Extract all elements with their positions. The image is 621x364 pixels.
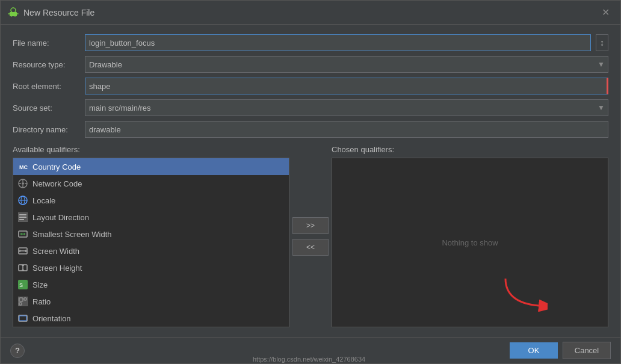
directory-name-row: Directory name: — [13, 121, 608, 138]
qualifier-label-orientation: Orientation — [32, 314, 71, 323]
qualifier-item-country-code[interactable]: MCC Country Code — [13, 158, 289, 175]
svg-rect-22 — [19, 219, 24, 220]
orientation-icon — [18, 313, 28, 323]
root-element-input[interactable] — [85, 78, 608, 94]
qualifier-label-layout-direction: Layout Direction — [32, 213, 89, 222]
dialog-title: New Resource File — [23, 8, 598, 17]
close-button[interactable]: ✕ — [598, 5, 613, 19]
locale-icon — [18, 196, 28, 205]
resource-type-row: Resource type: Drawable Layout Values Me… — [13, 56, 608, 73]
file-name-row: File name: ↕ — [13, 34, 608, 51]
remove-qualifier-button[interactable]: << — [292, 239, 329, 256]
svg-text:MCC: MCC — [19, 164, 28, 170]
qualifier-item-orientation[interactable]: Orientation — [13, 310, 289, 327]
qualifier-item-size[interactable]: S Size — [13, 276, 289, 293]
qualifier-item-layout-direction[interactable]: Layout Direction — [13, 209, 289, 226]
resource-type-select[interactable]: Drawable Layout Values Menu Anim Color M… — [85, 56, 608, 73]
qualifier-item-smallest-screen-width[interactable]: Smallest Screen Width — [13, 226, 289, 242]
qualifier-label-size: Size — [32, 280, 48, 289]
svg-rect-1 — [10, 12, 17, 16]
svg-rect-42 — [19, 316, 26, 321]
available-qualifiers-panel: Available qualifiers: MCC Country Code — [13, 145, 289, 327]
chosen-qualifiers-list: Nothing to show — [332, 158, 608, 327]
qualifier-label-network-code: Network Code — [32, 179, 82, 188]
chosen-qualifiers-label: Chosen qualifiers: — [332, 145, 608, 154]
title-bar: New Resource File ✕ — [1, 1, 620, 25]
arrows-panel: >> << — [289, 145, 332, 327]
root-element-label: Root element: — [13, 82, 85, 91]
resource-type-select-wrapper: Drawable Layout Values Menu Anim Color M… — [85, 56, 608, 73]
qualifier-label-screen-width: Screen Width — [32, 247, 79, 256]
screen-width-icon — [18, 246, 28, 256]
ok-button[interactable]: OK — [510, 342, 558, 359]
red-arrow-icon — [499, 273, 548, 315]
available-qualifiers-label: Available qualifiers: — [13, 145, 289, 154]
svg-rect-20 — [19, 214, 26, 215]
directory-name-label: Directory name: — [13, 125, 85, 134]
footer-left: ? — [10, 344, 25, 358]
source-set-select[interactable]: main src/main/res — [85, 99, 608, 116]
network-code-icon — [18, 179, 28, 188]
screen-height-icon — [18, 263, 28, 273]
root-element-row: Root element: — [13, 78, 608, 94]
qualifier-label-screen-height: Screen Height — [32, 264, 82, 273]
qualifier-label-locale: Locale — [32, 196, 55, 205]
source-set-label: Source set: — [13, 103, 85, 113]
svg-point-11 — [22, 182, 24, 185]
resource-type-label: Resource type: — [13, 60, 85, 69]
footer-right: OK Cancel — [510, 342, 611, 359]
chosen-qualifiers-panel: Chosen qualifiers: Nothing to show — [332, 145, 608, 327]
nothing-to-show-text: Nothing to show — [442, 238, 498, 247]
qualifier-item-ratio[interactable]: Ratio — [13, 293, 289, 310]
dialog: New Resource File ✕ File name: ↕ Resourc… — [0, 0, 621, 364]
dialog-footer: ? OK Cancel — [1, 337, 620, 363]
dialog-content: File name: ↕ Resource type: Drawable Lay… — [1, 25, 620, 337]
qualifier-item-locale[interactable]: Locale — [13, 192, 289, 209]
ratio-icon — [18, 297, 28, 306]
svg-rect-21 — [19, 217, 26, 218]
svg-point-6 — [11, 9, 13, 10]
layout-direction-icon — [18, 212, 28, 222]
available-qualifiers-list: MCC Country Code — [13, 158, 289, 327]
file-name-label: File name: — [13, 39, 85, 48]
svg-point-0 — [11, 8, 16, 13]
file-name-input[interactable] — [85, 34, 591, 51]
source-set-row: Source set: main src/main/res ▼ — [13, 99, 608, 116]
smallest-screen-width-icon — [18, 229, 28, 239]
directory-name-input[interactable] — [85, 121, 608, 138]
add-qualifier-button[interactable]: >> — [292, 217, 329, 234]
qualifier-item-screen-height[interactable]: Screen Height — [13, 259, 289, 276]
svg-text:S: S — [19, 282, 23, 288]
size-icon: S — [18, 280, 28, 289]
qualifier-item-network-code[interactable]: Network Code — [13, 175, 289, 192]
cancel-button[interactable]: Cancel — [563, 342, 611, 359]
help-button[interactable]: ? — [10, 344, 25, 358]
sort-button[interactable]: ↕ — [596, 34, 608, 51]
source-set-select-wrapper: main src/main/res ▼ — [85, 99, 608, 116]
qualifier-item-screen-width[interactable]: Screen Width — [13, 242, 289, 259]
qualifier-label-smallest-screen-width: Smallest Screen Width — [32, 230, 112, 239]
qualifiers-section: Available qualifiers: MCC Country Code — [13, 145, 608, 327]
android-icon — [8, 7, 19, 18]
qualifier-label-ratio: Ratio — [32, 297, 51, 306]
svg-point-7 — [14, 9, 15, 10]
country-code-icon: MCC — [18, 162, 28, 171]
qualifier-label-country-code: Country Code — [32, 162, 81, 171]
